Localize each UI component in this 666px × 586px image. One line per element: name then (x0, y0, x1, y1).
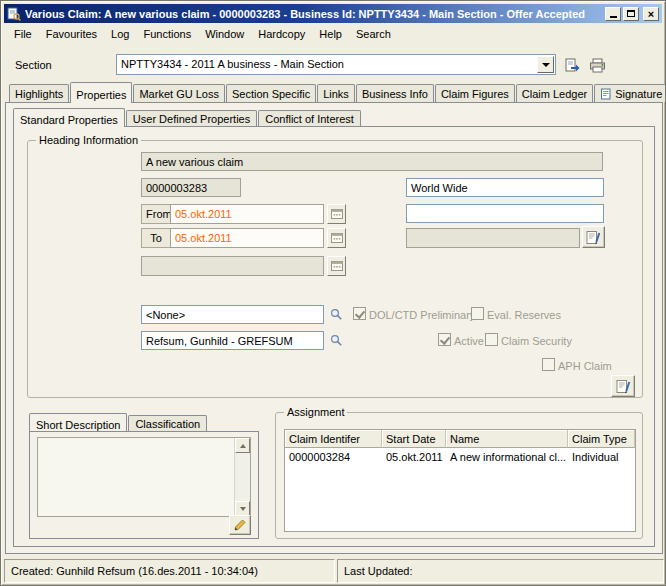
claims-made-date-field (141, 256, 324, 276)
eval-reserves-checkbox[interactable] (471, 307, 484, 320)
calendar-icon (331, 208, 343, 220)
dol-ctd-preliminary-label: DOL/CTD Preliminary (369, 309, 475, 321)
application-window: Various Claim: A new various claim - 000… (0, 0, 666, 586)
column-header-start-date[interactable]: Start Date (382, 430, 446, 448)
tab-claim-ledger[interactable]: Claim Ledger (516, 84, 593, 102)
section-combobox-value: NPTTY3434 - 2011 A business - Main Secti… (121, 58, 535, 70)
tab-links[interactable]: Links (317, 84, 355, 102)
form-edit-icon (616, 379, 631, 394)
titlebar: Various Claim: A new various claim - 000… (4, 4, 662, 23)
active-checkbox[interactable] (438, 333, 451, 346)
description-tabstrip: Short Description Classification (29, 413, 208, 432)
arrow-down-icon (240, 507, 246, 511)
date-to-caption: To (141, 228, 171, 248)
menu-functions[interactable]: Functions (136, 25, 198, 43)
main-tabstrip: Highlights Properties Market GU Loss Sec… (9, 82, 666, 103)
menubar: File Favourites Log Functions Window Har… (4, 23, 662, 44)
maximize-icon (627, 10, 635, 17)
date-of-loss-from-field[interactable]: 05.okt.2011 (170, 204, 324, 224)
section-combobox[interactable]: NPTTY3434 - 2011 A business - Main Secti… (116, 54, 556, 75)
table-cell-claim-type[interactable]: Individual (568, 448, 635, 466)
calendar-icon (331, 232, 343, 244)
description-edit-button[interactable] (229, 515, 251, 535)
printer-icon (589, 58, 606, 73)
tab-standard-properties[interactable]: Standard Properties (13, 108, 125, 127)
menu-help[interactable]: Help (312, 25, 349, 43)
menu-file[interactable]: File (7, 25, 39, 43)
description-scrollbar[interactable] (234, 438, 250, 516)
jurisdiction-field[interactable] (406, 204, 604, 223)
tab-market-gu-loss[interactable]: Market GU Loss (133, 84, 224, 102)
claim-security-label: Claim Security (501, 335, 572, 347)
chevron-down-icon (542, 63, 550, 67)
section-combobox-dropdown-button[interactable] (537, 56, 554, 73)
minimize-icon (610, 16, 617, 18)
close-button[interactable]: × (643, 7, 659, 21)
claims-made-calendar-button[interactable] (327, 256, 346, 276)
tab-highlights[interactable]: Highlights (9, 84, 69, 102)
name-field: A new various claim (141, 152, 603, 171)
aph-claim-label: APH Claim (558, 360, 612, 372)
menu-favourites[interactable]: Favourites (39, 25, 104, 43)
active-label: Active (454, 335, 484, 347)
column-header-claim-type[interactable]: Claim Type (568, 430, 635, 448)
assignment-legend: Assignment (284, 406, 347, 418)
document-arrow-icon (564, 58, 580, 73)
tab-user-defined-properties[interactable]: User Defined Properties (126, 110, 257, 126)
date-from-calendar-button[interactable] (327, 204, 346, 224)
tab-classification[interactable]: Classification (128, 415, 207, 431)
scroll-up-button[interactable] (235, 438, 250, 453)
claim-analyst-field[interactable]: Refsum, Gunhild - GREFSUM (141, 331, 324, 350)
tab-claim-figures[interactable]: Claim Figures (435, 84, 515, 102)
claim-manager-search-button[interactable] (326, 305, 346, 324)
tab-short-description[interactable]: Short Description (29, 413, 127, 432)
search-icon (330, 334, 343, 347)
tab-properties[interactable]: Properties (70, 82, 132, 103)
heading-information-legend: Heading Information (36, 134, 141, 146)
minimize-button[interactable] (605, 7, 621, 21)
form-edit-icon (586, 230, 601, 245)
window-title: Various Claim: A new various claim - 000… (25, 8, 601, 20)
navigate-section-button[interactable] (561, 55, 583, 75)
maximize-button[interactable] (623, 7, 639, 21)
date-to-calendar-button[interactable] (327, 228, 346, 248)
claim-security-checkbox[interactable] (485, 333, 498, 346)
claim-manager-field[interactable]: <None> (141, 305, 324, 324)
signature-notes-icon (600, 88, 612, 100)
claim-analyst-search-button[interactable] (326, 331, 346, 350)
tab-business-info[interactable]: Business Info (356, 84, 434, 102)
tab-signature-notes[interactable]: Signature Notes (594, 84, 666, 102)
aph-claim-checkbox[interactable] (542, 358, 555, 371)
table-cell-start-date[interactable]: 05.okt.2011 (382, 448, 446, 466)
date-of-loss-to-field[interactable]: 05.okt.2011 (170, 228, 324, 248)
tab-section-specific[interactable]: Section Specific (226, 84, 316, 102)
menu-search[interactable]: Search (349, 25, 398, 43)
heading-edit-button[interactable] (611, 375, 635, 397)
menu-window[interactable]: Window (198, 25, 251, 43)
menu-log[interactable]: Log (104, 25, 136, 43)
assignment-group: Assignment Claim Identifer Start Date Na… (275, 412, 643, 539)
statusbar-created: Created: Gunhild Refsum (16.des.2011 - 1… (4, 559, 335, 583)
short-description-page (29, 431, 259, 539)
window-controls: × (605, 7, 659, 21)
tab-conflict-of-interest[interactable]: Conflict of Interest (258, 110, 361, 126)
locations-field[interactable]: World Wide (406, 178, 604, 197)
risk-zone-edit-button[interactable] (582, 226, 605, 248)
column-header-name[interactable]: Name (446, 430, 568, 448)
short-description-textarea[interactable] (37, 437, 251, 517)
properties-inner-tabstrip: Standard Properties User Defined Propert… (13, 108, 362, 127)
table-cell-claim-identifer[interactable]: 0000003284 (285, 448, 382, 466)
search-icon (330, 308, 343, 321)
print-button[interactable] (586, 55, 608, 75)
table-cell-name[interactable]: A new informational cl... (446, 448, 568, 466)
pencil-icon (233, 518, 247, 532)
menu-hardcopy[interactable]: Hardcopy (251, 25, 312, 43)
dol-ctd-preliminary-checkbox[interactable] (353, 307, 366, 320)
date-from-caption: From (141, 204, 171, 224)
arrow-up-icon (240, 444, 246, 448)
window-icon (7, 7, 21, 21)
column-header-claim-identifer[interactable]: Claim Identifer (285, 430, 382, 448)
assignment-table: Claim Identifer Start Date Name Claim Ty… (284, 429, 636, 532)
scroll-down-button[interactable] (235, 501, 250, 516)
close-icon: × (648, 9, 654, 19)
